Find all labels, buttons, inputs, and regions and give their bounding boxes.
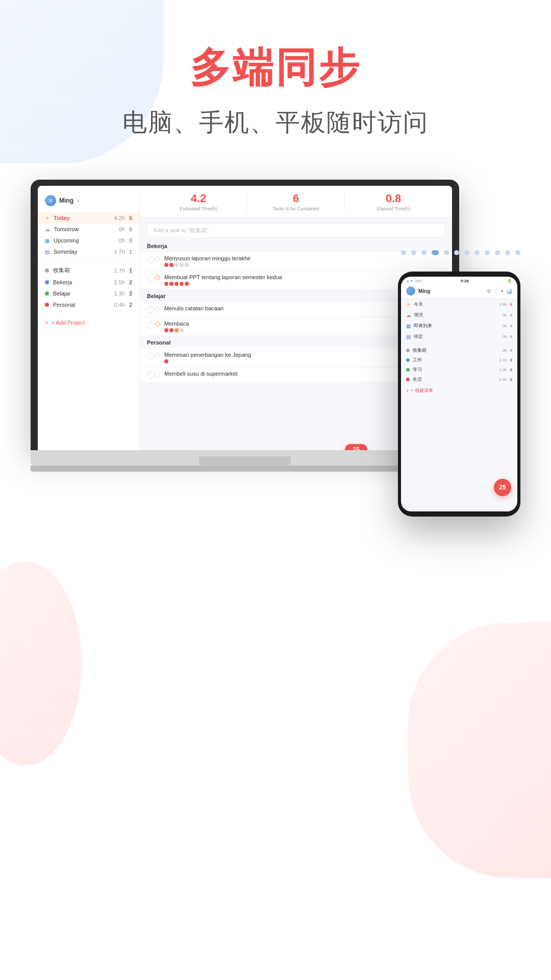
sidebar-nav-someday[interactable]: ▤ Someday 1.7h 1 [38, 246, 139, 257]
dot-8[interactable] [474, 250, 480, 255]
upcoming-icon: ▦ [45, 238, 49, 243]
phone-nav-upcoming[interactable]: ▦ 即将到来 0h 0 [401, 321, 517, 331]
checkbox-outer [147, 256, 154, 263]
star [169, 282, 173, 286]
phone-today-time: 3.8h [499, 302, 507, 307]
main-title: 多端同步 [31, 41, 520, 96]
phone-project-work[interactable]: 工作 2.1h 2 [401, 355, 517, 365]
laptop-mockup: M Ming ∨ ☀ Today 4.2h 6 ☁ Tomorrow 0h [31, 180, 459, 486]
checkbox-outer [147, 372, 154, 379]
bekerja-time: 2.5h [114, 279, 124, 285]
personal-count: 2 [129, 302, 132, 308]
checkbox-inner [155, 322, 160, 327]
dot-7[interactable] [464, 250, 469, 255]
dot-5[interactable] [444, 250, 449, 255]
dot-2[interactable] [411, 250, 416, 255]
today-time: 4.2h [114, 215, 124, 221]
star [185, 263, 189, 267]
task-checkbox-6[interactable] [147, 372, 160, 379]
phone-icon-2[interactable]: ♡ [493, 288, 498, 294]
phone-nav-someday[interactable]: ▤ 待定 0h 0 [401, 331, 517, 342]
phone-add-icon: + [406, 388, 409, 394]
dot-10[interactable] [495, 250, 500, 255]
tomorrow-icon: ☁ [45, 227, 50, 232]
sidebar-nav-upcoming[interactable]: ▦ Upcoming 0h 0 [38, 235, 139, 246]
sidebar-project-personal[interactable]: Personal 0.4h 2 [38, 299, 139, 310]
pagination-dots [401, 250, 520, 255]
star [174, 263, 179, 267]
phone-today-label: 今天 [414, 301, 496, 308]
devices-container: M Ming ∨ ☀ Today 4.2h 6 ☁ Tomorrow 0h [31, 169, 520, 517]
sidebar-nav-tomorrow[interactable]: ☁ Tomorrow 0h 0 [38, 224, 139, 235]
stat-tasks-value: 6 [247, 192, 344, 205]
phone-life-dot [406, 378, 410, 381]
phone-life-name: 生活 [413, 376, 496, 383]
dot-6[interactable] [454, 250, 459, 255]
checkbox-inner [155, 353, 160, 358]
phone-icon-4[interactable]: 📊 [506, 288, 512, 294]
sidebar-project-bekerja[interactable]: Bekerja 2.5h 2 [38, 277, 139, 288]
phone-add-label: + 创建清单 [411, 387, 433, 394]
checkbox-inner [155, 306, 160, 311]
bekerja-count: 2 [129, 279, 132, 285]
belajar-name: Belajar [53, 290, 110, 297]
phone-project-life[interactable]: 生活 0.4h 2 [401, 375, 517, 384]
user-avatar: M [45, 195, 56, 206]
phone-work-time: 2.1h [499, 358, 507, 362]
star [164, 263, 168, 267]
dot-12[interactable] [515, 250, 520, 255]
sidebar-divider [38, 260, 139, 261]
dot-11[interactable] [505, 250, 510, 255]
task-checkbox-4[interactable] [147, 322, 160, 329]
personal-name: Personal [53, 302, 110, 308]
phone-icon-3[interactable]: ✦ [500, 288, 504, 294]
laptop-user[interactable]: M Ming ∨ [38, 192, 139, 212]
phone-study-time: 1.3h [499, 368, 507, 372]
add-project-button[interactable]: + + Add Project [38, 314, 139, 331]
stat-tasks-label: Tasks to be Completed [247, 206, 344, 211]
dot-3[interactable] [421, 250, 427, 255]
tomorrow-count: 0 [129, 226, 132, 232]
signal-icon: ▲▼ [406, 279, 413, 283]
laptop-fab[interactable]: 25 [345, 444, 367, 450]
phone-study-dot [406, 368, 410, 372]
stat-estimated-time: 4.2 Estimated Time(h) [150, 192, 247, 211]
phone-fab[interactable]: 25 [494, 479, 511, 496]
someday-count: 1 [129, 249, 132, 255]
bottom-section [0, 517, 551, 721]
upcoming-count: 0 [129, 237, 132, 243]
checkbox-outer [147, 353, 154, 360]
phone-someday-count: 0 [510, 334, 512, 339]
inbox-count: 1 [129, 267, 132, 274]
task-title-1: Menyusun laporan minggu terakhir [164, 255, 445, 261]
sidebar-nav-today[interactable]: ☀ Today 4.2h 6 [38, 212, 139, 224]
stat-estimated-value: 4.2 [150, 192, 247, 205]
phone-nav-today[interactable]: ☀ 今天 3.8h 6 [401, 299, 517, 310]
dot-9[interactable] [485, 250, 490, 255]
dot-1[interactable] [401, 250, 406, 255]
laptop-screen-outer: M Ming ∨ ☀ Today 4.2h 6 ☁ Tomorrow 0h [31, 180, 459, 450]
phone-inbox-name: 收集箱 [413, 347, 499, 354]
star [174, 328, 179, 332]
phone-nav-tomorrow[interactable]: ☁ 明天 0h 0 [401, 310, 517, 321]
sidebar-project-belajar[interactable]: Belajar 1.3h 2 [38, 288, 139, 299]
task-input[interactable]: Add a task to "收集箱" [147, 223, 445, 238]
phone-upcoming-icon: ▦ [406, 323, 411, 329]
phone-project-study[interactable]: 学习 1.3h 2 [401, 365, 517, 375]
phone-study-name: 学习 [413, 366, 496, 373]
phone-inbox-time: 0h [503, 348, 507, 353]
phone-icon-1[interactable]: ⚙ [487, 288, 491, 294]
task-checkbox-1[interactable] [147, 256, 160, 263]
task-checkbox-3[interactable] [147, 306, 160, 313]
sidebar-project-inbox[interactable]: 收集箱 1.7h 1 [38, 264, 139, 277]
task-checkbox-2[interactable] [147, 275, 160, 282]
phone-add-project-button[interactable]: + + 创建清单 [401, 384, 517, 397]
add-project-icon: + [45, 320, 48, 326]
phone-user-avatar [406, 286, 415, 296]
phone-today-icon: ☀ [406, 302, 411, 307]
phone-tomorrow-time: 0h [503, 313, 507, 317]
stat-elapsed-label: Elapsed Time(h) [345, 206, 442, 211]
dot-4-active[interactable] [432, 250, 439, 255]
task-checkbox-5[interactable] [147, 353, 160, 360]
phone-project-inbox[interactable]: 收集箱 0h 0 [401, 346, 517, 355]
